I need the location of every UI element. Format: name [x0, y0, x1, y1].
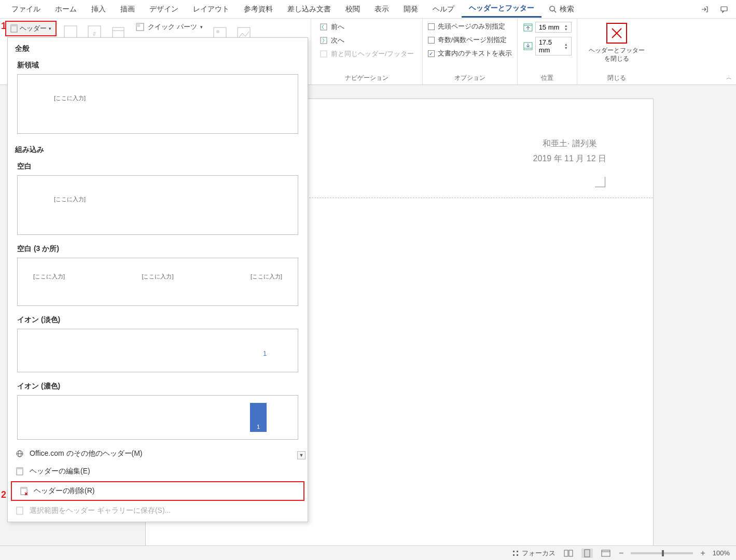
tab-insert[interactable]: 挿入: [84, 2, 113, 17]
tab-help[interactable]: ヘルプ: [425, 2, 462, 17]
tab-home[interactable]: ホーム: [48, 2, 84, 17]
odd-even-checkbox[interactable]: 奇数/偶数ページ別指定: [428, 34, 507, 46]
spinner-icon[interactable]: ▲▼: [564, 43, 568, 50]
placeholder-text: [ここに入力]: [54, 94, 86, 102]
placeholder-text: [ここに入力]: [251, 273, 282, 281]
close-icon: [606, 23, 627, 44]
dd-item-blank3[interactable]: 空白 (3 か所): [8, 240, 308, 256]
page-icon: [15, 467, 24, 476]
first-page-checkbox[interactable]: 先頭ページのみ別指定: [428, 21, 505, 32]
ribbon-tabs: ファイル ホーム 挿入 描画 デザイン レイアウト 参考資料 差し込み文書 校閲…: [0, 0, 736, 19]
svg-rect-18: [321, 51, 327, 57]
status-bar: フォーカス − + 100%: [0, 545, 736, 560]
tab-file[interactable]: ファイル: [4, 2, 48, 17]
close-group-label: 閉じる: [582, 73, 651, 83]
margin-mark: [595, 177, 605, 187]
tab-references[interactable]: 参考資料: [237, 2, 280, 17]
dd-preview-ion-dark[interactable]: 1: [17, 395, 298, 440]
quick-parts-button[interactable]: クイック パーツ ▾: [132, 21, 206, 33]
header-gallery-dropdown: 全般 新領域 [ここに入力] 組み込み 空白 [ここに入力] 空白 (3 か所)…: [7, 37, 308, 522]
web-layout-icon[interactable]: [600, 549, 612, 558]
svg-rect-16: [321, 24, 327, 30]
tab-draw[interactable]: 描画: [113, 2, 142, 17]
remove-header-label: ヘッダーの削除(R): [34, 486, 94, 496]
zoom-out-button[interactable]: −: [619, 549, 623, 558]
ion-dark-block: 1: [250, 403, 267, 432]
dd-preview-blank[interactable]: [ここに入力]: [17, 175, 298, 235]
scroll-down-icon[interactable]: ▼: [297, 451, 305, 459]
zoom-in-button[interactable]: +: [700, 549, 705, 558]
save-selection-label: 選択範囲をヘッダー ギャラリーに保存(S)...: [30, 506, 171, 515]
prev-button[interactable]: 前へ: [316, 21, 348, 33]
close-label: ヘッダーとフッター を閉じる: [589, 47, 645, 63]
svg-point-14: [216, 30, 219, 33]
svg-rect-39: [564, 550, 568, 556]
author-text: 和亜土· 譜列巣: [533, 136, 606, 151]
svg-rect-35: [513, 551, 515, 552]
dd-preview-blank3[interactable]: [ここに入力] [ここに入力] [ここに入力]: [17, 258, 298, 306]
read-mode-icon[interactable]: [563, 549, 574, 558]
svg-line-1: [554, 10, 556, 12]
navigation-group-label: ナビゲーション: [316, 73, 417, 83]
position-group-label: 位置: [523, 73, 572, 83]
share-icon[interactable]: [697, 2, 712, 17]
placeholder-text: [ここに入力]: [33, 273, 65, 281]
dd-preview-ion-light[interactable]: 1: [17, 329, 298, 372]
tab-review[interactable]: 校閲: [338, 2, 367, 17]
dd-item-ion-dark[interactable]: イオン (濃色): [8, 377, 308, 393]
save-selection-to-gallery: 選択範囲をヘッダー ギャラリーに保存(S)...: [8, 502, 308, 520]
header-from-top-input[interactable]: 15 mm▲▼: [523, 21, 572, 34]
more-office-label: Office.com のその他のヘッダー(M): [30, 449, 143, 458]
dd-item-newarea[interactable]: 新領域: [8, 57, 308, 72]
page-delete-icon: [19, 486, 29, 496]
tab-mailings[interactable]: 差し込み文書: [280, 2, 338, 17]
tab-header-footer[interactable]: ヘッダーとフッター: [462, 1, 541, 18]
placeholder-text: [ここに入力]: [54, 195, 86, 203]
svg-rect-31: [21, 487, 27, 489]
annotation-1: 1: [1, 21, 6, 32]
odd-even-label: 奇数/偶数ページ別指定: [438, 35, 507, 45]
next-label: 次へ: [331, 36, 344, 45]
remove-header[interactable]: ヘッダーの削除(R): [11, 481, 304, 501]
svg-rect-42: [602, 550, 610, 556]
first-page-label: 先頭ページのみ別指定: [438, 22, 505, 31]
tab-layout[interactable]: レイアウト: [186, 2, 237, 17]
position-group: 15 mm▲▼ 17.5 mm▲▼ 位置: [518, 19, 577, 85]
search-tab[interactable]: 検索: [541, 2, 581, 17]
spinner-icon[interactable]: ▲▼: [564, 24, 568, 31]
zoom-value[interactable]: 100%: [713, 549, 730, 557]
dd-item-ion-light[interactable]: イオン (淡色): [8, 311, 308, 327]
svg-rect-38: [517, 554, 518, 556]
dd-section-general: 全般: [8, 38, 308, 57]
link-previous-button: 前と同じヘッダー/フッター: [316, 48, 417, 60]
tab-design[interactable]: デザイン: [142, 2, 186, 17]
svg-rect-17: [321, 37, 327, 44]
comments-icon[interactable]: [716, 2, 732, 17]
show-text-checkbox[interactable]: ✓ 文書内のテキストを表示: [428, 48, 512, 59]
more-office-headers[interactable]: Office.com のその他のヘッダー(M) ›: [8, 445, 308, 463]
zoom-slider[interactable]: [631, 552, 693, 554]
search-label: 検索: [560, 5, 574, 14]
date-text: 2019 年 11 月 12 日: [533, 151, 606, 166]
tab-developer[interactable]: 開発: [396, 2, 425, 17]
placeholder-text: [ここに入力]: [142, 273, 173, 281]
edit-header[interactable]: ヘッダーの編集(E): [8, 463, 308, 480]
next-button[interactable]: 次へ: [316, 34, 348, 47]
header-right-block[interactable]: 和亜土· 譜列巣 2019 年 11 月 12 日: [533, 136, 606, 166]
save-icon: [15, 506, 24, 515]
quick-parts-label: クイック パーツ: [148, 22, 197, 32]
checkbox-checked-icon: ✓: [428, 50, 435, 57]
tab-view[interactable]: 表示: [367, 2, 396, 17]
collapse-ribbon-icon[interactable]: ︿: [726, 74, 732, 81]
dd-item-blank[interactable]: 空白: [8, 158, 308, 173]
close-header-footer-button[interactable]: ヘッダーとフッター を閉じる: [582, 21, 651, 65]
page-icon: [10, 24, 18, 33]
focus-mode-button[interactable]: フォーカス: [511, 549, 556, 558]
dd-preview-newarea[interactable]: [ここに入力]: [17, 74, 298, 134]
print-layout-icon[interactable]: [581, 549, 593, 558]
checkbox-icon: [428, 37, 435, 44]
header-dropdown-button[interactable]: ヘッダー ▾: [5, 21, 57, 36]
footer-from-bottom-input[interactable]: 17.5 mm▲▼: [523, 36, 572, 57]
link-previous-label: 前と同じヘッダー/フッター: [331, 49, 414, 59]
slider-thumb[interactable]: [662, 550, 664, 556]
